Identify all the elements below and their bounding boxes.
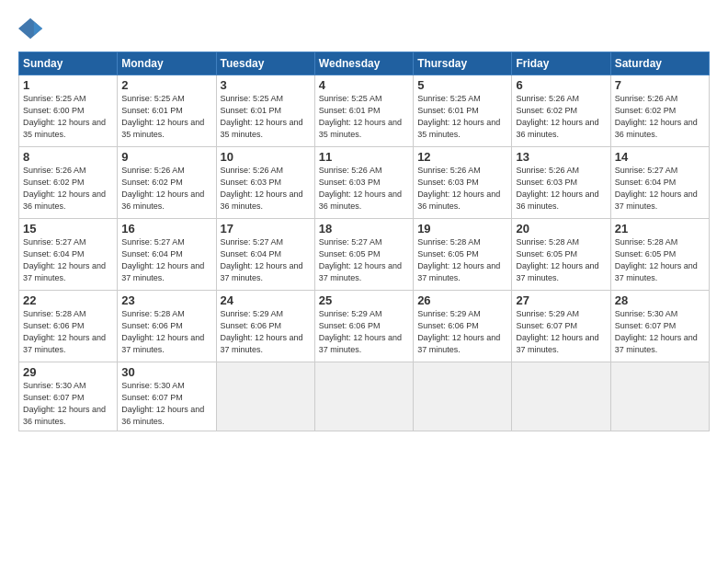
calendar-header-row: SundayMondayTuesdayWednesdayThursdayFrid… — [19, 52, 710, 75]
day-number: 9 — [121, 150, 211, 164]
calendar-cell: 8Sunrise: 5:26 AMSunset: 6:02 PMDaylight… — [19, 147, 118, 219]
day-info: Sunrise: 5:26 AMSunset: 6:03 PMDaylight:… — [319, 165, 409, 213]
page: SundayMondayTuesdayWednesdayThursdayFrid… — [0, 0, 728, 563]
day-number: 24 — [221, 293, 311, 307]
day-info: Sunrise: 5:27 AMSunset: 6:04 PMDaylight:… — [23, 236, 113, 284]
day-info: Sunrise: 5:26 AMSunset: 6:03 PMDaylight:… — [417, 165, 507, 213]
day-info: Sunrise: 5:26 AMSunset: 6:03 PMDaylight:… — [516, 165, 606, 213]
day-number: 14 — [615, 150, 705, 164]
calendar-cell: 28Sunrise: 5:30 AMSunset: 6:07 PMDayligh… — [610, 291, 709, 362]
weekday-header: Thursday — [414, 52, 512, 75]
svg-marker-1 — [34, 22, 42, 36]
day-number: 27 — [516, 293, 606, 307]
day-info: Sunrise: 5:25 AMSunset: 6:00 PMDaylight:… — [23, 93, 113, 141]
calendar-cell: 17Sunrise: 5:27 AMSunset: 6:04 PMDayligh… — [216, 219, 314, 291]
calendar-cell: 20Sunrise: 5:28 AMSunset: 6:05 PMDayligh… — [512, 219, 610, 291]
day-number: 23 — [121, 293, 211, 307]
day-info: Sunrise: 5:27 AMSunset: 6:04 PMDaylight:… — [121, 236, 211, 284]
day-number: 26 — [417, 293, 507, 307]
calendar-cell: 27Sunrise: 5:29 AMSunset: 6:07 PMDayligh… — [512, 291, 610, 362]
day-number: 29 — [23, 365, 113, 379]
calendar-cell: 21Sunrise: 5:28 AMSunset: 6:05 PMDayligh… — [610, 219, 709, 291]
calendar-cell: 14Sunrise: 5:27 AMSunset: 6:04 PMDayligh… — [610, 147, 709, 219]
calendar-cell: 5Sunrise: 5:25 AMSunset: 6:01 PMDaylight… — [414, 75, 512, 147]
calendar-cell: 12Sunrise: 5:26 AMSunset: 6:03 PMDayligh… — [414, 147, 512, 219]
calendar-row: 22Sunrise: 5:28 AMSunset: 6:06 PMDayligh… — [19, 291, 710, 362]
day-info: Sunrise: 5:29 AMSunset: 6:07 PMDaylight:… — [516, 308, 606, 356]
day-info: Sunrise: 5:30 AMSunset: 6:07 PMDaylight:… — [23, 380, 113, 428]
calendar-cell: 23Sunrise: 5:28 AMSunset: 6:06 PMDayligh… — [118, 291, 216, 362]
calendar-cell: 19Sunrise: 5:28 AMSunset: 6:05 PMDayligh… — [414, 219, 512, 291]
day-info: Sunrise: 5:25 AMSunset: 6:01 PMDaylight:… — [417, 93, 507, 141]
day-number: 12 — [417, 150, 507, 164]
calendar-cell: 10Sunrise: 5:26 AMSunset: 6:03 PMDayligh… — [216, 147, 314, 219]
day-info: Sunrise: 5:30 AMSunset: 6:07 PMDaylight:… — [615, 308, 705, 356]
day-number: 22 — [23, 293, 113, 307]
calendar-cell: 15Sunrise: 5:27 AMSunset: 6:04 PMDayligh… — [19, 219, 118, 291]
day-number: 8 — [23, 150, 113, 164]
day-number: 2 — [121, 78, 211, 92]
day-number: 7 — [615, 78, 705, 92]
day-info: Sunrise: 5:28 AMSunset: 6:05 PMDaylight:… — [615, 236, 705, 284]
day-number: 5 — [417, 78, 507, 92]
day-info: Sunrise: 5:26 AMSunset: 6:02 PMDaylight:… — [121, 165, 211, 213]
day-number: 13 — [516, 150, 606, 164]
calendar-cell — [610, 362, 709, 431]
calendar-cell: 29Sunrise: 5:30 AMSunset: 6:07 PMDayligh… — [19, 362, 118, 431]
day-info: Sunrise: 5:26 AMSunset: 6:02 PMDaylight:… — [23, 165, 113, 213]
calendar-cell: 26Sunrise: 5:29 AMSunset: 6:06 PMDayligh… — [414, 291, 512, 362]
day-info: Sunrise: 5:29 AMSunset: 6:06 PMDaylight:… — [221, 308, 311, 356]
day-number: 16 — [121, 222, 211, 236]
day-info: Sunrise: 5:27 AMSunset: 6:05 PMDaylight:… — [319, 236, 409, 284]
calendar-cell — [216, 362, 314, 431]
day-number: 3 — [221, 78, 311, 92]
weekday-header: Tuesday — [216, 52, 314, 75]
calendar-cell — [512, 362, 610, 431]
calendar-row: 8Sunrise: 5:26 AMSunset: 6:02 PMDaylight… — [19, 147, 710, 219]
day-number: 1 — [23, 78, 113, 92]
day-number: 4 — [319, 78, 409, 92]
day-info: Sunrise: 5:28 AMSunset: 6:06 PMDaylight:… — [121, 308, 211, 356]
day-info: Sunrise: 5:29 AMSunset: 6:06 PMDaylight:… — [417, 308, 507, 356]
calendar: SundayMondayTuesdayWednesdayThursdayFrid… — [18, 52, 710, 431]
weekday-header: Sunday — [19, 52, 118, 75]
calendar-cell: 4Sunrise: 5:25 AMSunset: 6:01 PMDaylight… — [314, 75, 413, 147]
calendar-cell: 24Sunrise: 5:29 AMSunset: 6:06 PMDayligh… — [216, 291, 314, 362]
calendar-row: 29Sunrise: 5:30 AMSunset: 6:07 PMDayligh… — [19, 362, 710, 431]
logo — [18, 17, 50, 42]
calendar-cell: 16Sunrise: 5:27 AMSunset: 6:04 PMDayligh… — [118, 219, 216, 291]
day-info: Sunrise: 5:28 AMSunset: 6:06 PMDaylight:… — [23, 308, 113, 356]
day-number: 10 — [221, 150, 311, 164]
day-number: 15 — [23, 222, 113, 236]
day-info: Sunrise: 5:27 AMSunset: 6:04 PMDaylight:… — [221, 236, 311, 284]
day-info: Sunrise: 5:25 AMSunset: 6:01 PMDaylight:… — [221, 93, 311, 141]
calendar-cell: 6Sunrise: 5:26 AMSunset: 6:02 PMDaylight… — [512, 75, 610, 147]
day-number: 19 — [417, 222, 507, 236]
day-info: Sunrise: 5:29 AMSunset: 6:06 PMDaylight:… — [319, 308, 409, 356]
calendar-cell: 7Sunrise: 5:26 AMSunset: 6:02 PMDaylight… — [610, 75, 709, 147]
day-number: 6 — [516, 78, 606, 92]
calendar-row: 1Sunrise: 5:25 AMSunset: 6:00 PMDaylight… — [19, 75, 710, 147]
day-info: Sunrise: 5:28 AMSunset: 6:05 PMDaylight:… — [516, 236, 606, 284]
header — [18, 17, 710, 42]
day-number: 20 — [516, 222, 606, 236]
day-info: Sunrise: 5:25 AMSunset: 6:01 PMDaylight:… — [319, 93, 409, 141]
weekday-header: Friday — [512, 52, 610, 75]
calendar-cell: 9Sunrise: 5:26 AMSunset: 6:02 PMDaylight… — [118, 147, 216, 219]
day-info: Sunrise: 5:28 AMSunset: 6:05 PMDaylight:… — [417, 236, 507, 284]
weekday-header: Wednesday — [314, 52, 413, 75]
day-number: 17 — [221, 222, 311, 236]
day-number: 11 — [319, 150, 409, 164]
calendar-cell: 3Sunrise: 5:25 AMSunset: 6:01 PMDaylight… — [216, 75, 314, 147]
day-info: Sunrise: 5:27 AMSunset: 6:04 PMDaylight:… — [615, 165, 705, 213]
day-info: Sunrise: 5:26 AMSunset: 6:02 PMDaylight:… — [615, 93, 705, 141]
weekday-header: Saturday — [610, 52, 709, 75]
calendar-cell: 1Sunrise: 5:25 AMSunset: 6:00 PMDaylight… — [19, 75, 118, 147]
day-info: Sunrise: 5:26 AMSunset: 6:03 PMDaylight:… — [221, 165, 311, 213]
day-info: Sunrise: 5:25 AMSunset: 6:01 PMDaylight:… — [121, 93, 211, 141]
calendar-cell — [414, 362, 512, 431]
day-number: 21 — [615, 222, 705, 236]
calendar-cell: 30Sunrise: 5:30 AMSunset: 6:07 PMDayligh… — [118, 362, 216, 431]
day-info: Sunrise: 5:26 AMSunset: 6:02 PMDaylight:… — [516, 93, 606, 141]
calendar-cell: 13Sunrise: 5:26 AMSunset: 6:03 PMDayligh… — [512, 147, 610, 219]
